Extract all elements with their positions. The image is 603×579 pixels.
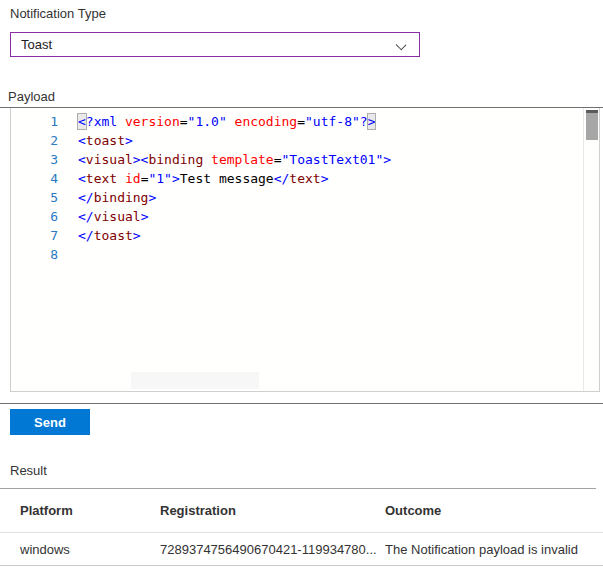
- code-line: <text id="1">Test message</text>: [78, 169, 581, 188]
- result-table: PlatformRegistrationOutcome windows72893…: [0, 489, 603, 566]
- horizontal-scrollbar-thumb[interactable]: [131, 372, 259, 389]
- editor-code: <?xml version="1.0" encoding="utf-8"?><t…: [78, 112, 581, 264]
- line-number: 4: [11, 169, 58, 188]
- line-number: 2: [11, 131, 58, 150]
- code-line: <toast>: [78, 131, 581, 150]
- send-button[interactable]: Send: [10, 409, 90, 435]
- result-label: Result: [10, 463, 47, 478]
- editor-bottom-divider: [0, 403, 603, 404]
- vertical-scrollbar[interactable]: [583, 108, 599, 391]
- table-cell: The Notification payload is invalid: [385, 542, 603, 557]
- code-line: </toast>: [78, 226, 581, 245]
- column-header: Platform: [20, 503, 160, 518]
- notification-type-label: Notification Type: [10, 6, 106, 21]
- result-table-header: PlatformRegistrationOutcome: [0, 489, 603, 533]
- code-line: </visual>: [78, 207, 581, 226]
- line-number: 6: [11, 207, 58, 226]
- line-number: 8: [11, 245, 58, 264]
- line-number: 7: [11, 226, 58, 245]
- line-number: 1: [11, 112, 58, 131]
- editor-gutter: 12345678: [11, 112, 58, 264]
- payload-label: Payload: [8, 89, 55, 104]
- notification-type-value: Toast: [21, 37, 52, 52]
- table-row: windows7289374756490670421-119934780...T…: [0, 533, 603, 566]
- notification-type-select[interactable]: Toast: [10, 32, 420, 57]
- code-line: <?xml version="1.0" encoding="utf-8"?>: [78, 112, 581, 131]
- table-cell: 7289374756490670421-119934780...: [160, 542, 385, 557]
- code-line: [78, 245, 581, 264]
- line-number: 3: [11, 150, 58, 169]
- code-line: </binding>: [78, 188, 581, 207]
- column-header: Registration: [160, 503, 385, 518]
- chevron-down-icon: [396, 40, 407, 51]
- payload-editor[interactable]: 12345678 <?xml version="1.0" encoding="u…: [10, 108, 600, 392]
- vertical-scrollbar-thumb[interactable]: [586, 113, 598, 140]
- column-header: Outcome: [385, 503, 603, 518]
- table-cell: windows: [20, 542, 160, 557]
- code-line: <visual><binding template="ToastText01">: [78, 150, 581, 169]
- line-number: 5: [11, 188, 58, 207]
